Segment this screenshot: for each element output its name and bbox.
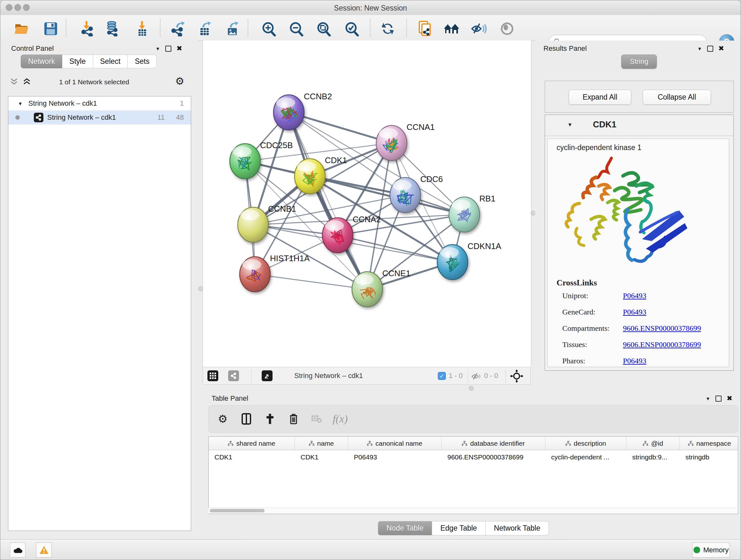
network-view-share-icon[interactable]	[228, 370, 239, 381]
hide-glass-eye-button[interactable]	[471, 20, 487, 37]
network-canvas[interactable]: CCNB2CCNA1CDC25BCDK1CDC6RB1CCNB1CCNA2CDK…	[203, 41, 531, 367]
save-session-button[interactable]	[43, 20, 59, 37]
table-horizontal-scrollbar[interactable]	[208, 508, 737, 513]
table-cell[interactable]: cyclin-dependent ...	[545, 450, 626, 463]
right-splitter[interactable]	[531, 41, 535, 385]
network-row-selected[interactable]: String Network – cdk1 11 48	[8, 111, 191, 125]
string-network-graph[interactable]: CCNB2CCNA1CDC25BCDK1CDC6RB1CCNB1CCNA2CDK…	[203, 41, 531, 367]
cdk1-collapse-icon[interactable]: ▼	[567, 122, 572, 128]
column-header-shared-name[interactable]: shared name	[209, 437, 295, 450]
table-panel-float-icon[interactable]	[716, 395, 722, 401]
open-in-window-icon[interactable]	[262, 370, 273, 381]
table-cell[interactable]: stringdb	[680, 450, 738, 463]
table-gear-icon[interactable]: ⚙	[214, 412, 231, 426]
table-row[interactable]: CDK1CDK1P064939606.ENSP00000378699cyclin…	[209, 450, 738, 463]
network-collection-row[interactable]: ▼ String Network – cdk1 1	[8, 97, 191, 111]
table-panel-close-icon[interactable]: ✖	[727, 394, 732, 402]
show-columns-icon[interactable]	[238, 412, 255, 426]
column-header-description[interactable]: description	[545, 437, 626, 450]
network-panel-gear-icon[interactable]: ⚙	[175, 75, 185, 87]
export-image-button[interactable]	[224, 20, 241, 37]
horizontal-splitter[interactable]	[203, 385, 741, 391]
control-panel-close-icon[interactable]: ✖	[177, 44, 182, 53]
table-cell[interactable]: CDK1	[209, 450, 295, 463]
crosslink-label: GeneCard:	[562, 308, 623, 316]
column-header-canonical-name[interactable]: canonical name	[348, 437, 442, 450]
crosslink-value-link[interactable]: 9606.ENSP00000378699	[623, 340, 701, 349]
stringify-homes-button[interactable]	[443, 20, 460, 37]
node-CDK1[interactable]	[294, 159, 325, 194]
table-cell[interactable]: CDK1	[295, 450, 348, 463]
node-HIST1H1A[interactable]	[240, 257, 270, 292]
column-header-database-identifier[interactable]: database identifier	[442, 437, 545, 450]
export-table-button[interactable]	[197, 20, 213, 37]
node-CCNB1[interactable]	[238, 207, 268, 242]
column-header--id[interactable]: @id	[626, 437, 680, 450]
zoom-selected-button[interactable]	[344, 20, 360, 37]
cloud-button[interactable]	[10, 543, 25, 557]
crosslink-value-link[interactable]: P06493	[623, 308, 646, 316]
tab-style[interactable]: Style	[62, 55, 93, 68]
crosslink-value-link[interactable]: P06493	[623, 357, 646, 365]
import-table-button[interactable]	[134, 20, 150, 37]
node-CDC6[interactable]	[390, 178, 421, 212]
tab-node-table[interactable]: Node Table	[378, 521, 432, 536]
function-builder-icon[interactable]: f(x)	[332, 412, 348, 426]
crosslink-value-link[interactable]: P06493	[623, 292, 646, 300]
export-network-button[interactable]	[170, 20, 186, 37]
results-panel-menu-icon[interactable]: ▼	[697, 46, 702, 51]
node-CCNA1[interactable]	[376, 125, 407, 161]
tab-network[interactable]: Network	[21, 55, 62, 68]
birds-eye-view-icon[interactable]	[510, 369, 523, 383]
clone-network-button[interactable]	[416, 20, 433, 37]
edge-CCNB2-CCNA1[interactable]	[289, 112, 392, 143]
table-cell[interactable]: P06493	[348, 450, 442, 463]
node-RB1[interactable]	[449, 197, 480, 232]
import-network-button[interactable]	[79, 20, 95, 37]
tab-edge-table[interactable]: Edge Table	[432, 521, 486, 536]
delete-column-icon[interactable]	[285, 412, 302, 426]
import-network-from-database-button[interactable]	[105, 20, 121, 37]
node-table[interactable]: shared namenamecanonical namedatabase id…	[208, 436, 738, 514]
node-CCNA2[interactable]	[322, 218, 353, 253]
zoom-out-button[interactable]	[288, 20, 305, 37]
grid-view-icon[interactable]	[207, 370, 218, 381]
node-CCNE1[interactable]	[352, 272, 383, 307]
refresh-styles-button[interactable]	[380, 20, 396, 37]
scrollbar-thumb[interactable]	[210, 509, 265, 512]
warnings-button[interactable]	[36, 543, 52, 557]
node-CDC25B[interactable]	[230, 144, 260, 179]
memory-button[interactable]: Memory	[692, 543, 730, 557]
delete-table-icon[interactable]	[308, 412, 325, 426]
warning-icon	[39, 546, 49, 554]
tab-string[interactable]: String	[621, 55, 657, 69]
results-panel-close-icon[interactable]: ✖	[718, 44, 724, 53]
control-panel-float-icon[interactable]	[165, 46, 172, 52]
column-header-name[interactable]: name	[295, 437, 348, 450]
left-splitter[interactable]	[198, 41, 203, 385]
control-panel-menu-icon[interactable]: ▼	[155, 46, 160, 51]
crosslink-value-link[interactable]: 9606.ENSP00000378699	[623, 324, 701, 333]
edge-HIST1H1A-CCNE1[interactable]	[255, 274, 367, 289]
tab-sets[interactable]: Sets	[128, 55, 157, 68]
collapse-all-button[interactable]: Collapse All	[643, 90, 711, 105]
table-panel-menu-icon[interactable]: ▼	[705, 396, 711, 401]
node-CDKN1A[interactable]	[437, 245, 468, 280]
open-session-button[interactable]	[14, 20, 30, 37]
zoom-fit-button[interactable]	[316, 20, 332, 37]
column-header-namespace[interactable]: namespace	[680, 437, 738, 450]
table-cell[interactable]: 9606.ENSP00000378699	[442, 450, 545, 463]
edge-CCNA2-CDKN1A[interactable]	[338, 235, 453, 262]
collection-expand-icon[interactable]: ▼	[18, 101, 23, 106]
selected-checkbox-icon[interactable]: ✓	[438, 372, 446, 380]
results-panel-float-icon[interactable]	[707, 46, 713, 52]
zoom-in-button[interactable]	[261, 20, 277, 37]
tab-select[interactable]: Select	[93, 55, 128, 68]
expand-all-button[interactable]: Expand All	[569, 90, 631, 105]
tab-network-table[interactable]: Network Table	[486, 521, 549, 536]
add-column-icon[interactable]	[262, 412, 278, 426]
show-eye-button[interactable]	[499, 20, 515, 37]
title-bar: Session: New Session	[0, 0, 741, 15]
node-CCNB2[interactable]	[273, 95, 304, 130]
table-cell[interactable]: stringdb:9...	[626, 450, 680, 463]
